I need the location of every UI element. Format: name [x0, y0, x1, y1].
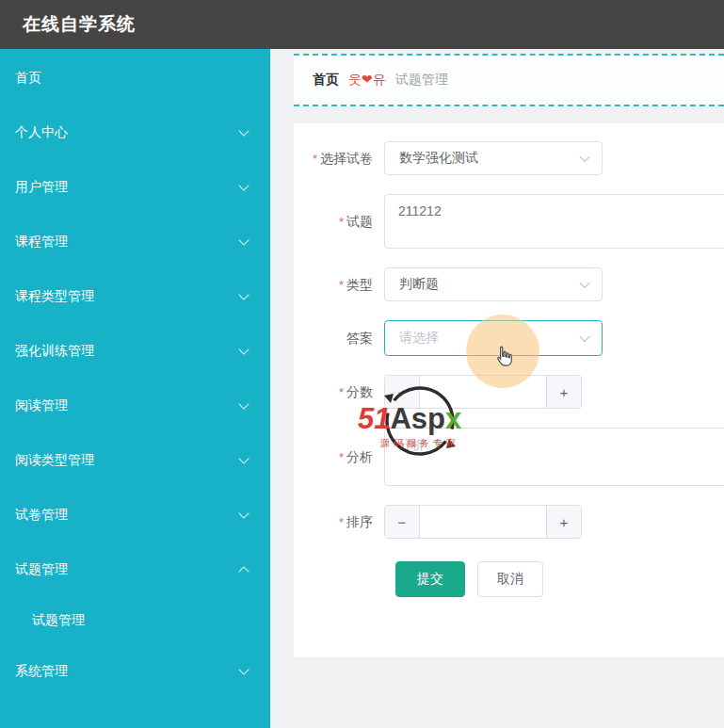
app-title: 在线自学系统	[0, 12, 136, 37]
sidebar: 首页 个人中心 用户管理 课程管理 课程类型管理 强化训练管理 阅读管理 阅读类…	[0, 49, 270, 728]
chevron-down-icon	[238, 235, 249, 245]
question-textarea[interactable]: 211212	[384, 194, 724, 249]
form-actions: 提交 取消	[395, 561, 724, 597]
chevron-down-icon	[579, 332, 589, 342]
sidebar-item-reading-type-management[interactable]: 阅读类型管理	[0, 433, 270, 488]
field-label: *排序	[294, 514, 384, 530]
sidebar-item-label: 强化训练管理	[15, 343, 240, 360]
chevron-down-icon	[238, 664, 249, 674]
chevron-down-icon	[238, 453, 249, 463]
sidebar-item-label: 课程类型管理	[15, 288, 240, 305]
breadcrumb-home-link[interactable]: 首页	[313, 72, 339, 89]
main-content: 首页 웃❤유 试题管理 *选择试卷 数学强化测试 *试题 211212 *类型	[270, 49, 724, 728]
sort-stepper: − +	[384, 505, 582, 539]
chevron-down-icon	[238, 180, 249, 190]
sort-input[interactable]	[420, 506, 546, 538]
required-mark: *	[339, 215, 344, 229]
form-row-question: *试题 211212	[294, 194, 724, 249]
form-row-select-paper: *选择试卷 数学强化测试	[294, 141, 724, 175]
score-stepper: − +	[384, 375, 582, 409]
required-mark: *	[339, 450, 344, 464]
sidebar-item-label: 试题管理	[15, 561, 240, 578]
chevron-down-icon	[579, 278, 589, 288]
sidebar-item-system-management[interactable]: 系统管理	[0, 644, 270, 699]
sidebar-item-reading-management[interactable]: 阅读管理	[0, 379, 270, 433]
score-decrease-button[interactable]: −	[385, 376, 420, 408]
score-input[interactable]	[420, 376, 546, 408]
chevron-down-icon	[238, 398, 249, 409]
sort-decrease-button[interactable]: −	[385, 506, 420, 538]
chevron-down-icon	[238, 125, 249, 136]
analysis-textarea[interactable]	[384, 428, 724, 486]
sort-increase-button[interactable]: +	[546, 506, 581, 538]
form-row-type: *类型 判断题	[294, 267, 724, 301]
field-label: *选择试卷	[294, 151, 384, 167]
required-mark: *	[313, 152, 317, 166]
sidebar-item-paper-management[interactable]: 试卷管理	[0, 488, 270, 542]
required-mark: *	[339, 278, 344, 292]
sidebar-item-label: 用户管理	[15, 179, 240, 196]
answer-select-placeholder: 请选择	[399, 330, 439, 347]
breadcrumb-separator: 웃❤유	[348, 72, 386, 89]
submit-button[interactable]: 提交	[395, 561, 465, 597]
form-row-analysis: *分析	[294, 428, 724, 486]
sidebar-item-label: 个人中心	[15, 124, 240, 141]
sidebar-item-label: 试卷管理	[15, 507, 240, 524]
paper-select-value: 数学强化测试	[399, 150, 478, 167]
sidebar-item-label: 课程管理	[15, 234, 240, 251]
breadcrumb: 首页 웃❤유 试题管理	[294, 54, 724, 106]
chevron-down-icon	[579, 152, 589, 162]
sidebar-item-training-management[interactable]: 强化训练管理	[0, 324, 270, 379]
paper-select[interactable]: 数学强化测试	[384, 141, 603, 175]
sidebar-subitem-question-management[interactable]: 试题管理	[0, 597, 270, 644]
field-label: *类型	[294, 277, 384, 293]
form-card: *选择试卷 数学强化测试 *试题 211212 *类型 判断题	[294, 123, 724, 657]
field-label: 答案	[294, 331, 384, 347]
sidebar-item-label: 阅读管理	[15, 397, 240, 414]
form-row-answer: 答案 请选择	[294, 320, 724, 356]
field-label: *分数	[294, 384, 384, 400]
required-mark: *	[339, 385, 344, 399]
sidebar-item-label: 系统管理	[15, 663, 240, 680]
sidebar-item-home[interactable]: 首页	[0, 51, 270, 105]
chevron-down-icon	[238, 508, 249, 518]
sidebar-menu: 首页 个人中心 用户管理 课程管理 课程类型管理 强化训练管理 阅读管理 阅读类…	[0, 49, 270, 699]
sidebar-item-course-type-management[interactable]: 课程类型管理	[0, 269, 270, 324]
score-increase-button[interactable]: +	[546, 376, 581, 408]
chevron-up-icon	[238, 566, 249, 576]
sidebar-item-course-management[interactable]: 课程管理	[0, 215, 270, 269]
answer-select[interactable]: 请选择	[384, 320, 603, 356]
field-label: *试题	[294, 214, 384, 230]
chevron-down-icon	[238, 344, 249, 354]
sidebar-item-personal-center[interactable]: 个人中心	[0, 105, 270, 160]
required-mark: *	[339, 515, 344, 529]
form-row-score: *分数 − +	[294, 375, 724, 409]
form-row-sort: *排序 − +	[294, 505, 724, 539]
field-label: *分析	[294, 449, 384, 465]
sidebar-item-question-management[interactable]: 试题管理	[0, 542, 270, 597]
sidebar-item-label: 首页	[15, 70, 248, 87]
app-header: 在线自学系统	[0, 0, 724, 49]
breadcrumb-current: 试题管理	[395, 72, 448, 89]
type-select[interactable]: 判断题	[384, 267, 603, 301]
sidebar-item-user-management[interactable]: 用户管理	[0, 160, 270, 215]
sidebar-item-label: 试题管理	[32, 612, 248, 629]
cancel-button[interactable]: 取消	[477, 561, 543, 597]
sidebar-item-label: 阅读类型管理	[15, 452, 240, 469]
type-select-value: 判断题	[399, 276, 439, 293]
chevron-down-icon	[238, 289, 249, 299]
